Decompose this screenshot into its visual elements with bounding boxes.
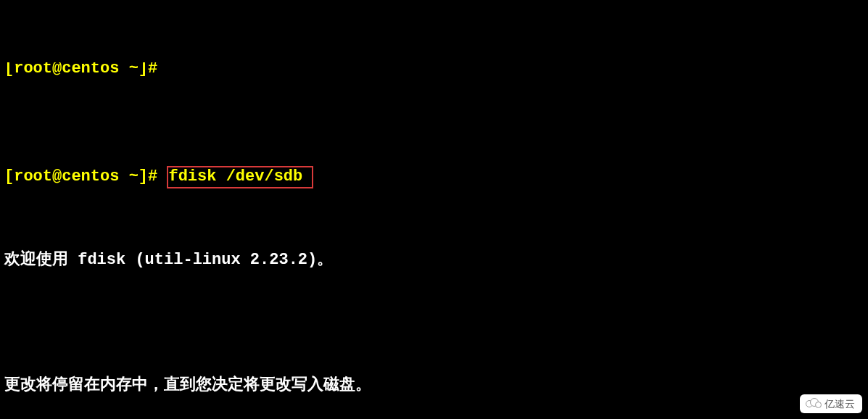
watermark-text: 亿速云 xyxy=(824,397,855,410)
watermark-badge: 亿速云 xyxy=(800,394,862,413)
prompt-fragment: [root@centos ~]# xyxy=(4,62,864,83)
prompt-text: [root@centos ~]# xyxy=(4,62,157,78)
highlight-fdisk-command: fdisk /dev/sdb xyxy=(167,166,313,188)
welcome-line: 欢迎使用 fdisk (util-linux 2.23.2)。 xyxy=(4,249,864,270)
shell-prompt-line: [root@centos ~]# fdisk /dev/sdb xyxy=(4,166,864,187)
cloud-icon xyxy=(806,398,822,410)
prompt-text: [root@centos ~]# xyxy=(4,167,167,186)
warning-line-1: 更改将停留在内存中，直到您决定将更改写入磁盘。 xyxy=(4,375,864,396)
blank-line xyxy=(4,312,864,333)
terminal-screen[interactable]: [root@centos ~]# [root@centos ~]# fdisk … xyxy=(0,0,868,419)
